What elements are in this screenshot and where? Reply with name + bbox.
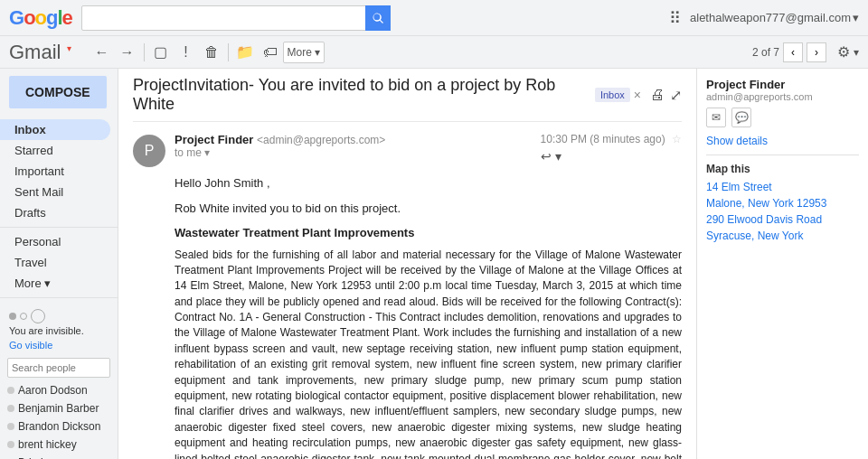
separator2 xyxy=(228,43,229,61)
rp-divider xyxy=(706,155,859,155)
top-bar: Google ⠿ alethalweapon777@gmail.com ▾ xyxy=(0,0,868,36)
go-visible-link[interactable]: Go visible xyxy=(9,340,108,351)
page-count: 2 of 7 xyxy=(752,46,779,59)
next-page-button[interactable]: › xyxy=(807,42,826,62)
sidebar-divider2 xyxy=(0,297,118,298)
reply-icon[interactable]: ↩ xyxy=(541,149,552,164)
delete-button[interactable]: 🗑 xyxy=(200,41,223,64)
rp-map-section: Map this xyxy=(706,163,859,175)
show-details-link[interactable]: Show details xyxy=(706,135,859,147)
rp-sender-name: Project Finder xyxy=(706,78,859,91)
page-info: 2 of 7 ‹ › ⚙ ▾ xyxy=(752,42,859,62)
expand-icon[interactable]: ⤢ xyxy=(670,87,682,104)
invite-status: You are invisible. xyxy=(9,325,108,336)
apps-icon[interactable]: ⠿ xyxy=(669,8,681,28)
email-time: 10:30 PM (8 minutes ago) ☆ ↩ ▾ xyxy=(541,133,682,164)
email-action-icons: 🖨 ⤢ xyxy=(650,87,682,104)
settings-dropdown-icon[interactable]: ▾ xyxy=(854,46,859,59)
sidebar-item-personal[interactable]: Personal xyxy=(0,231,110,252)
section-title: Wastewater Treatment Plant Improvements xyxy=(175,224,682,242)
invite-line: Rob White invited you to bid on this pro… xyxy=(175,200,682,218)
separator xyxy=(144,43,145,61)
sidebar-item-inbox[interactable]: Inbox xyxy=(0,119,110,140)
google-logo: Google xyxy=(9,6,72,30)
tag-button[interactable]: 🏷 xyxy=(259,41,282,64)
email-body: Hello John Smith , Rob White invited you… xyxy=(133,174,682,459)
rp-sender-email: admin@apgreports.com xyxy=(706,91,859,102)
body-text: Sealed bids for the furnishing of all la… xyxy=(175,248,682,460)
sidebar-item-sent[interactable]: Sent Mail xyxy=(0,182,110,202)
report-spam-button[interactable]: ! xyxy=(175,41,198,64)
rp-address[interactable]: 14 Elm Street Malone, New York 12953 290… xyxy=(706,179,859,244)
print-icon[interactable]: 🖨 xyxy=(650,87,665,104)
gmail-label[interactable]: Gmail ▾ xyxy=(9,41,71,64)
folder-button[interactable]: 📁 xyxy=(233,41,257,64)
sender-info: Project Finder <admin@apgreports.com> to… xyxy=(175,133,541,159)
settings-icon[interactable]: ⚙ xyxy=(837,43,850,61)
email-subject: ProjectInvitation- You are invited to bi… xyxy=(133,76,590,114)
contacts-search-input[interactable] xyxy=(7,358,110,378)
contact-status-dot xyxy=(7,423,14,430)
more-button[interactable]: More ▾ xyxy=(283,42,326,63)
archive-button[interactable]: ▢ xyxy=(149,41,173,64)
email-area: ProjectInvitation- You are invited to bi… xyxy=(118,69,868,459)
contact-benjamin-barber[interactable]: Benjamin Barber xyxy=(0,399,118,417)
sidebar-item-more[interactable]: More ▾ xyxy=(0,273,110,294)
to-line[interactable]: to me ▾ xyxy=(175,146,541,159)
sidebar-item-drafts[interactable]: Drafts xyxy=(0,202,110,223)
user-email[interactable]: alethalweapon777@gmail.com xyxy=(690,11,851,24)
greeting: Hello John Smith , xyxy=(175,174,682,192)
sidebar-divider xyxy=(0,227,118,228)
sidebar-item-travel[interactable]: Travel xyxy=(0,252,110,273)
rp-action-icons: ✉ 💬 xyxy=(706,108,859,127)
contact-brandon-dickson[interactable]: Brandon Dickson xyxy=(0,417,118,436)
contact-status-dot xyxy=(7,387,14,394)
prev-page-button[interactable]: ‹ xyxy=(783,42,803,62)
more-actions-icon[interactable]: ▾ xyxy=(555,149,561,164)
gmail-toolbar: Gmail ▾ ← → ▢ ! 🗑 📁 🏷 More ▾ 2 of 7 ‹ › … xyxy=(0,36,868,69)
contact-brent-hickey[interactable]: brent hickey xyxy=(0,436,118,454)
compose-button[interactable]: COMPOSE xyxy=(9,76,107,108)
invite-section: You are invisible. Go visible xyxy=(0,302,118,358)
main-layout: COMPOSE Inbox Starred Important Sent Mai… xyxy=(0,69,868,459)
reply-icons: ↩ ▾ xyxy=(541,149,682,164)
rp-email-icon[interactable]: ✉ xyxy=(706,108,726,127)
sender-name: Project Finder <admin@apgreports.com> xyxy=(175,133,541,146)
sender-avatar: P xyxy=(133,135,165,167)
close-tab-button[interactable]: × xyxy=(634,88,641,102)
inbox-tag[interactable]: Inbox xyxy=(595,88,630,102)
search-input[interactable] xyxy=(81,5,367,31)
contact-status-dot xyxy=(7,405,14,412)
forward-button[interactable]: → xyxy=(116,41,139,64)
email-thread: ProjectInvitation- You are invited to bi… xyxy=(118,69,696,459)
status-icon xyxy=(20,313,27,320)
sidebar: COMPOSE Inbox Starred Important Sent Mai… xyxy=(0,69,118,459)
contact-status-dot xyxy=(7,441,14,448)
sender-row: P Project Finder <admin@apgreports.com> … xyxy=(133,133,682,167)
sidebar-item-important[interactable]: Important xyxy=(0,161,110,182)
email-message: P Project Finder <admin@apgreports.com> … xyxy=(133,122,682,459)
email-subject-bar: ProjectInvitation- You are invited to bi… xyxy=(133,69,682,122)
account-dropdown-icon[interactable]: ▾ xyxy=(853,11,859,24)
right-panel: Project Finder admin@apgreports.com ✉ 💬 … xyxy=(696,69,868,459)
contact-aaron-dodson[interactable]: Aaron Dodson xyxy=(0,381,118,399)
search-button[interactable] xyxy=(365,5,391,31)
sidebar-item-starred[interactable]: Starred xyxy=(0,140,110,161)
back-button[interactable]: ← xyxy=(90,41,114,64)
star-icon[interactable]: ☆ xyxy=(672,133,682,145)
add-contact-icon[interactable] xyxy=(31,309,45,323)
contact-bria-lynne[interactable]: Bria Lynne xyxy=(0,454,118,459)
status-dot xyxy=(9,313,16,320)
rp-chat-icon[interactable]: 💬 xyxy=(731,108,751,127)
